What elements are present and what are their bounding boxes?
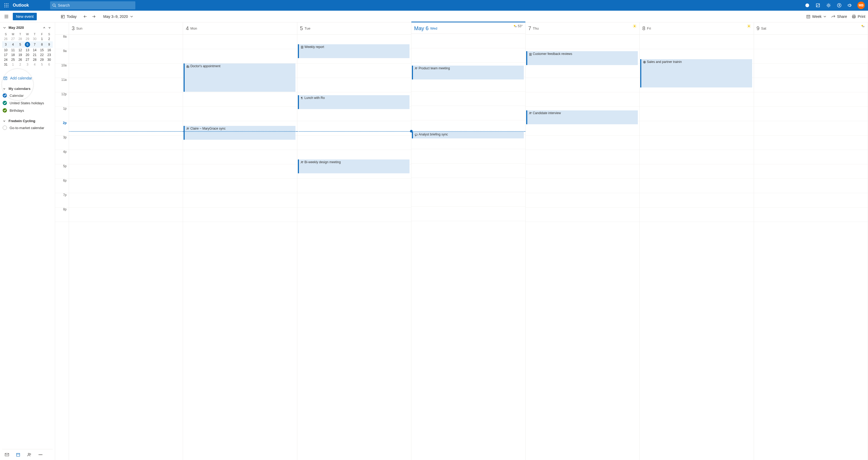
time-slot[interactable]	[411, 192, 525, 207]
time-slot[interactable]	[297, 78, 411, 92]
today-button[interactable]: Today	[61, 15, 76, 19]
day-body[interactable]: Customer feedback reviewsCandidate inter…	[526, 35, 640, 222]
time-slot[interactable]	[526, 63, 640, 78]
mini-cal-day[interactable]: 2	[45, 36, 53, 41]
time-slot[interactable]	[411, 48, 525, 63]
time-slot[interactable]	[183, 179, 297, 193]
time-slot[interactable]	[754, 63, 868, 78]
mini-cal-day[interactable]: 30	[31, 36, 38, 41]
mini-cal-day[interactable]: 30	[45, 57, 53, 62]
time-slot[interactable]	[526, 136, 640, 150]
time-slot[interactable]	[526, 78, 640, 92]
mail-module-button[interactable]	[4, 452, 9, 457]
mini-cal-day[interactable]: 18	[9, 53, 17, 57]
time-slot[interactable]	[69, 150, 183, 164]
time-slot[interactable]	[640, 193, 753, 207]
time-slot[interactable]	[411, 207, 525, 221]
calendar-event[interactable]: Product team meeting	[412, 66, 524, 80]
mini-cal-day[interactable]: 25	[9, 57, 17, 62]
calendar-color-checkbox[interactable]	[3, 93, 7, 97]
day-body[interactable]	[69, 35, 183, 222]
time-slot[interactable]	[69, 35, 183, 49]
mini-cal-day[interactable]: 27	[9, 36, 17, 41]
time-slot[interactable]	[411, 178, 525, 192]
time-slot[interactable]	[69, 193, 183, 207]
time-slot[interactable]	[183, 107, 297, 121]
time-slot[interactable]	[183, 92, 297, 107]
settings-button[interactable]	[823, 0, 834, 11]
time-slot[interactable]	[754, 193, 868, 207]
calendar-event[interactable]: Sales and partner trainin	[640, 59, 752, 87]
next-week-button[interactable]	[90, 12, 98, 21]
mini-cal-day[interactable]: 8	[38, 41, 45, 48]
calendar-list-item[interactable]: Calendar	[2, 92, 53, 99]
time-slot[interactable]	[526, 150, 640, 164]
time-slot[interactable]	[640, 164, 753, 179]
mini-cal-day[interactable]: 3	[24, 62, 31, 67]
share-button[interactable]: Share	[831, 15, 847, 19]
calendar-color-checkbox[interactable]	[3, 108, 7, 113]
day-header[interactable]: 7Thu	[526, 22, 640, 35]
mini-cal-day[interactable]: 3	[2, 41, 9, 48]
mini-cal-day[interactable]: 12	[17, 48, 24, 53]
time-slot[interactable]	[183, 207, 297, 222]
time-slot[interactable]	[526, 35, 640, 49]
megaphone-button[interactable]	[844, 0, 855, 11]
mini-cal-day[interactable]: 21	[31, 53, 38, 57]
calendar-event[interactable]: Analyst briefing sync	[412, 132, 524, 138]
calendar-event[interactable]: Doctor's appointment	[184, 63, 295, 92]
time-slot[interactable]	[754, 207, 868, 222]
time-slot[interactable]	[754, 49, 868, 63]
calendar-event[interactable]: Claire ~ MaryGrace sync	[184, 126, 295, 140]
time-slot[interactable]	[411, 164, 525, 178]
prev-week-button[interactable]	[81, 12, 90, 21]
day-body[interactable]	[754, 35, 868, 222]
time-slot[interactable]	[640, 121, 753, 136]
time-slot[interactable]	[526, 179, 640, 193]
time-slot[interactable]	[640, 150, 753, 164]
calendar-event[interactable]: Lunch with Ro	[298, 95, 409, 109]
mini-cal-day[interactable]: 7	[31, 41, 38, 48]
time-slot[interactable]	[297, 193, 411, 207]
mini-cal-day[interactable]: 26	[17, 57, 24, 62]
time-slot[interactable]	[526, 207, 640, 222]
time-slot[interactable]	[297, 63, 411, 78]
time-slot[interactable]	[640, 35, 753, 49]
time-slot[interactable]	[69, 107, 183, 121]
date-range-picker[interactable]: May 3–9, 2020	[103, 15, 133, 19]
mini-cal-prev[interactable]	[41, 26, 47, 29]
mini-cal-day[interactable]: 15	[38, 48, 45, 53]
day-header[interactable]: 5Tue	[297, 22, 411, 35]
time-slot[interactable]	[640, 179, 753, 193]
time-slot[interactable]	[69, 63, 183, 78]
time-slot[interactable]	[69, 49, 183, 63]
time-slot[interactable]	[754, 78, 868, 92]
day-body[interactable]: Weekly reportLunch with RoBi-weekly desi…	[297, 35, 411, 222]
mini-cal-day[interactable]: 16	[45, 48, 53, 53]
avatar[interactable]: MB	[857, 2, 865, 9]
notes-button[interactable]	[813, 0, 823, 11]
day-header[interactable]: May 6Wed53°	[411, 22, 525, 34]
time-slot[interactable]	[69, 78, 183, 92]
day-header[interactable]: 4Mon	[183, 22, 297, 35]
calendar-color-checkbox[interactable]	[3, 125, 7, 130]
add-calendar-button[interactable]: Add calendar	[2, 75, 53, 82]
time-slot[interactable]	[69, 164, 183, 179]
time-slot[interactable]	[526, 92, 640, 107]
calendar-group-header[interactable]: My calendars	[2, 86, 53, 92]
time-slot[interactable]	[640, 107, 753, 121]
time-slot[interactable]	[754, 121, 868, 136]
time-slot[interactable]	[411, 106, 525, 120]
mini-cal-day[interactable]: 10	[2, 48, 9, 53]
people-module-button[interactable]	[27, 452, 32, 457]
mini-cal-next[interactable]	[47, 26, 52, 29]
mini-cal-day[interactable]: 4	[9, 41, 17, 48]
calendar-event[interactable]: Bi-weekly design meeting	[298, 160, 409, 173]
mini-cal-day[interactable]: 28	[31, 57, 38, 62]
mini-cal-day[interactable]: 17	[2, 53, 9, 57]
time-slot[interactable]	[754, 35, 868, 49]
time-slot[interactable]	[640, 207, 753, 222]
time-slot[interactable]	[526, 164, 640, 179]
time-slot[interactable]	[754, 179, 868, 193]
more-modules-button[interactable]	[38, 452, 43, 457]
